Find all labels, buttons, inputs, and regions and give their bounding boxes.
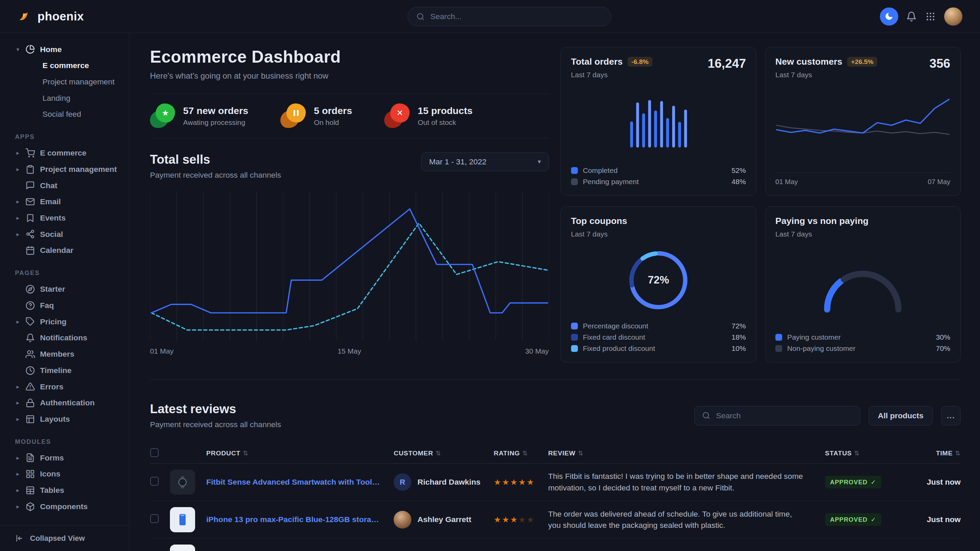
sidebar-item-authentication[interactable]: ▸Authentication — [0, 395, 129, 411]
x-label-end: 07 May — [928, 178, 950, 186]
sidebar-item-errors[interactable]: ▸Errors — [0, 378, 129, 395]
caret-right-icon: ▸ — [15, 471, 21, 477]
theme-toggle-button[interactable] — [880, 8, 898, 25]
sort-icon[interactable]: ⇅ — [522, 449, 528, 457]
sidebar-item-tables[interactable]: ▸Tables — [0, 482, 129, 499]
sidebar-item-chat[interactable]: Chat — [0, 177, 129, 194]
rating-stars: ★★★★★ — [494, 515, 548, 524]
collapse-sidebar-button[interactable]: Collapsed View — [0, 526, 129, 551]
brand-name: phoenix — [37, 10, 84, 23]
row-checkbox[interactable] — [150, 514, 159, 523]
sidebar-item-starter[interactable]: Starter — [0, 281, 129, 297]
sidebar-item-e-commerce[interactable]: ▸E commerce — [0, 145, 129, 161]
product-thumbnail[interactable] — [170, 545, 195, 551]
total-sells-title: Total sells — [150, 152, 281, 167]
sidebar-subitem-label: E commerce — [43, 61, 89, 70]
collapse-label: Collapsed View — [30, 534, 85, 543]
new-customers-period: Last 7 days — [775, 71, 950, 79]
product-thumbnail[interactable] — [170, 507, 195, 532]
legend-label: Completed — [583, 167, 618, 175]
brand[interactable]: phoenix — [18, 9, 84, 24]
sidebar-item-notifications[interactable]: Notifications — [0, 330, 129, 346]
reviews-subtitle: Payment received across all channels — [150, 420, 281, 429]
column-header-rating[interactable]: RATING⇅ — [494, 449, 548, 457]
cart-icon — [25, 148, 35, 158]
sidebar-section-label-modules: MODULES — [0, 427, 129, 449]
total-orders-chart — [571, 79, 746, 167]
sidebar-subitem-landing[interactable]: Landing — [0, 90, 129, 106]
sidebar-item-pricing[interactable]: ▸Pricing — [0, 313, 129, 330]
new-customers-value: 356 — [929, 57, 950, 71]
column-header-product[interactable]: PRODUCT⇅ — [206, 449, 394, 457]
sidebar-item-faq[interactable]: Faq — [0, 297, 129, 314]
chevron-down-icon: ▾ — [538, 158, 541, 165]
sort-icon[interactable]: ⇅ — [955, 449, 961, 457]
column-header-status[interactable]: STATUS⇅ — [825, 449, 913, 457]
stats-row: ★57 new ordersAwating processing5 orders… — [150, 94, 549, 138]
sort-icon[interactable]: ⇅ — [854, 449, 860, 457]
sidebar-item-components[interactable]: ▸Components — [0, 499, 129, 515]
product-thumbnail[interactable] — [170, 470, 195, 494]
top-navbar: phoenix — [0, 0, 980, 33]
row-checkbox[interactable] — [150, 477, 159, 486]
sidebar-item-label: Chat — [40, 181, 57, 190]
caret-right-icon: ▸ — [15, 166, 21, 173]
sidebar-subitem-e-commerce[interactable]: E commerce — [0, 57, 129, 74]
sidebar-subitem-project-management[interactable]: Project management — [0, 74, 129, 90]
sidebar-item-members[interactable]: Members — [0, 346, 129, 362]
review-time: Just now — [913, 515, 961, 524]
sidebar-item-forms[interactable]: ▸Forms — [0, 449, 129, 466]
sidebar-item-timeline[interactable]: Timeline — [0, 362, 129, 378]
latest-reviews-section: Latest reviews Payment received across a… — [150, 402, 961, 551]
sort-icon[interactable]: ⇅ — [243, 449, 248, 457]
sidebar-item-project-management[interactable]: ▸Project management — [0, 161, 129, 178]
column-header-time[interactable]: TIME⇅ — [913, 449, 961, 457]
stat-value: 57 new orders — [183, 105, 248, 116]
caret-down-icon: ▾ — [15, 46, 21, 53]
sidebar-item-social[interactable]: ▸Social — [0, 226, 129, 242]
x-label-start: 01 May — [775, 178, 798, 186]
stat-awating-processing: ★57 new ordersAwating processing — [150, 103, 248, 128]
top-coupons-title: Top coupons — [571, 216, 627, 226]
column-header-review[interactable]: REVIEW⇅ — [548, 449, 825, 457]
section-divider — [150, 379, 961, 380]
pause-icon — [281, 103, 305, 128]
date-range-select[interactable]: Mar 1 - 31, 2022 ▾ — [421, 152, 549, 171]
total-orders-value: 16,247 — [708, 57, 746, 71]
x-label-start: 01 May — [150, 347, 173, 355]
compass-icon — [25, 284, 35, 294]
form-icon — [25, 453, 35, 462]
product-link[interactable]: iPhone 13 pro max-Pacific Blue-128GB sto… — [206, 515, 394, 524]
reviews-search[interactable] — [694, 406, 860, 426]
reviews-search-input[interactable] — [716, 411, 852, 420]
sidebar-item-icons[interactable]: ▸Icons — [0, 466, 129, 482]
column-header-customer[interactable]: CUSTOMER⇅ — [394, 449, 494, 457]
global-search[interactable] — [407, 7, 611, 26]
select-all-checkbox[interactable] — [150, 448, 159, 457]
review-time: Just now — [913, 478, 961, 487]
product-link[interactable]: Fitbit Sense Advanced Smartwatch with To… — [206, 478, 394, 487]
new-customers-chart — [775, 79, 950, 170]
sort-icon[interactable]: ⇅ — [578, 449, 583, 457]
all-products-filter-button[interactable]: All products — [869, 406, 932, 426]
notifications-button[interactable] — [906, 11, 917, 22]
table-icon — [25, 486, 35, 495]
alert-icon — [25, 382, 35, 391]
more-actions-button[interactable]: ... — [941, 406, 961, 426]
collapse-icon — [15, 534, 24, 543]
sidebar-subitem-label: Social feed — [43, 110, 81, 119]
legend-swatch — [571, 167, 578, 174]
search-input[interactable] — [430, 12, 602, 21]
sidebar-item-email[interactable]: ▸Email — [0, 194, 129, 210]
legend-label: Fixed product discount — [583, 345, 655, 353]
star-icon: ★ — [518, 478, 527, 487]
user-avatar[interactable] — [944, 7, 963, 26]
sort-icon[interactable]: ⇅ — [436, 449, 441, 457]
sidebar-subitem-social-feed[interactable]: Social feed — [0, 106, 129, 122]
sidebar-item-layouts[interactable]: ▸Layouts — [0, 411, 129, 427]
sidebar-item-calendar[interactable]: Calendar — [0, 242, 129, 259]
share-icon — [25, 229, 35, 239]
sidebar-item-events[interactable]: ▸Events — [0, 210, 129, 226]
sidebar-item-home[interactable]: ▾Home — [0, 41, 129, 57]
apps-menu-button[interactable] — [925, 11, 936, 22]
